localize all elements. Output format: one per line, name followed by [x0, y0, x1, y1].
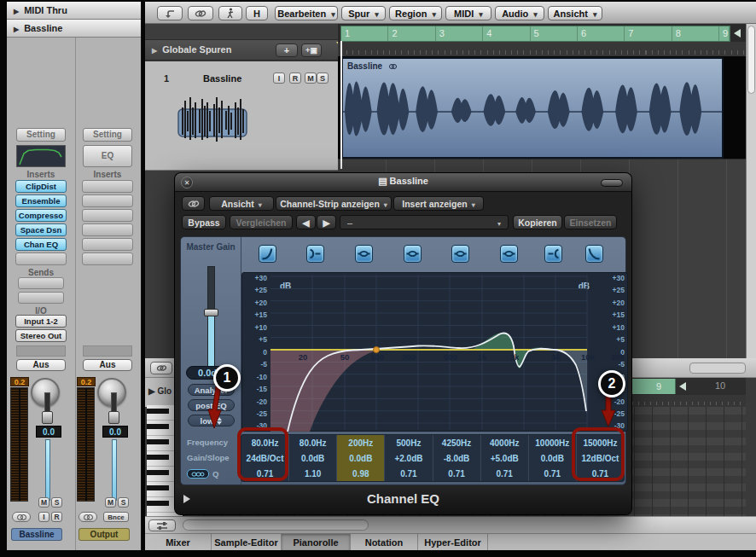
setting-button-2[interactable]: Setting	[83, 128, 132, 142]
output-button[interactable]: Stereo Out	[15, 329, 67, 342]
cycle-end-marker-icon[interactable]	[734, 29, 741, 38]
compare-button[interactable]: Vergleichen	[230, 215, 293, 229]
input-button[interactable]: Input 1-2	[15, 315, 67, 328]
preset-selector[interactable]: –	[340, 215, 509, 229]
plugin-menu-ansicht[interactable]: Ansicht	[209, 196, 274, 211]
band-button-bell-4[interactable]	[500, 245, 518, 263]
menu-spur[interactable]: Spur	[341, 6, 386, 20]
minimize-button[interactable]	[601, 179, 623, 187]
editor-preset-field[interactable]	[689, 363, 746, 374]
band-button-high-shelf[interactable]	[544, 245, 562, 263]
q-couple-button[interactable]	[187, 469, 209, 479]
insert-slot-clipdist[interactable]: ClipDist	[15, 180, 67, 193]
send-slot-empty[interactable]	[18, 292, 64, 304]
plugin-titlebar[interactable]: ✕ ▤ Bassline	[175, 173, 631, 192]
track-record-button[interactable]: R	[289, 73, 301, 84]
audio-region-bassline[interactable]: Bassline	[341, 57, 724, 159]
plugin-menu-channel-strip[interactable]: Channel-Strip anzeigen	[276, 196, 392, 211]
bar-ruler[interactable]: 1 2 3 4 5 6 7 8 9	[338, 24, 746, 56]
track-input-button[interactable]: I	[273, 73, 285, 84]
group-slot-empty[interactable]	[83, 345, 132, 357]
band-button-highpass[interactable]	[259, 245, 276, 263]
band-button-lowpass[interactable]	[585, 245, 603, 263]
solo-button-2[interactable]: S	[118, 497, 129, 508]
track-solo-button[interactable]: S	[317, 73, 329, 84]
band-button-bell-2[interactable]	[404, 245, 422, 263]
catch-playhead-button[interactable]	[218, 6, 242, 20]
fader-level-1[interactable]	[45, 439, 50, 501]
insert-slot-ensemble[interactable]: Ensemble	[15, 194, 67, 207]
plugin-link-button[interactable]	[182, 196, 205, 211]
fader-handle-2[interactable]	[108, 411, 119, 424]
solo-button-1[interactable]: S	[51, 497, 62, 508]
panel-bassline[interactable]: Bassline	[7, 20, 141, 38]
setting-button-1[interactable]: Setting	[16, 128, 66, 142]
band-button-bell-3[interactable]	[451, 245, 469, 263]
tab-sample-editor[interactable]: Sample-Editor	[212, 534, 282, 550]
insert-slot-empty[interactable]	[82, 252, 133, 265]
insert-slot-empty[interactable]	[82, 180, 133, 193]
horizontal-scrollbar-thumb[interactable]	[183, 519, 369, 531]
band-column-4[interactable]: 500Hz+2.0dB0.71	[384, 435, 432, 481]
automation-mode-button-1[interactable]: Aus	[16, 359, 66, 371]
track-name[interactable]: Bassline	[203, 73, 241, 84]
master-gain-slider[interactable]	[207, 266, 215, 367]
insert-slot-space-designer[interactable]: Space Dsn	[15, 223, 67, 236]
mute-button-2[interactable]: M	[105, 497, 116, 508]
menu-region[interactable]: Region	[389, 6, 442, 20]
track-row[interactable]: 1 Bassline I R M S	[145, 61, 338, 171]
fader-value-1[interactable]: 0.0	[36, 426, 61, 438]
insert-slot-empty[interactable]	[82, 194, 133, 207]
editor-link-button[interactable]	[150, 362, 172, 374]
panel-midi-thru[interactable]: MIDI Thru	[7, 2, 141, 20]
insert-slot-empty[interactable]	[15, 252, 67, 265]
editor-view-button[interactable]	[148, 519, 176, 531]
eq-thumbnail[interactable]	[16, 145, 66, 167]
bounce-button[interactable]: Bnce	[103, 512, 129, 522]
fader-handle-1[interactable]	[42, 411, 53, 424]
copy-button[interactable]: Kopieren	[513, 215, 562, 229]
band-column-7[interactable]: 10000Hz0.0dB0.71	[528, 435, 576, 481]
band-column-6[interactable]: 4000Hz+5.0dB0.71	[480, 435, 528, 481]
tab-pianorolle[interactable]: Pianorolle	[282, 534, 351, 550]
tab-hyper-editor[interactable]: Hyper-Editor	[418, 534, 488, 550]
tab-notation[interactable]: Notation	[351, 534, 418, 550]
menu-audio[interactable]: Audio	[495, 6, 544, 20]
insert-slot-channel-eq[interactable]: Chan EQ	[15, 238, 67, 251]
band-button-low-shelf[interactable]	[306, 245, 324, 263]
tab-mixer[interactable]: Mixer	[145, 534, 212, 550]
eq-graph[interactable]: +30+25+20+15+10+50-5-10-15-20-25-30 +30+…	[241, 272, 628, 432]
input-monitor-button[interactable]: I	[38, 512, 49, 522]
menu-midi[interactable]: MIDI	[445, 6, 491, 20]
insert-slot-empty[interactable]	[82, 223, 133, 236]
hide-tracks-button[interactable]: H	[246, 6, 268, 20]
plugin-menu-insert[interactable]: Insert anzeigen	[393, 196, 484, 211]
back-button[interactable]	[157, 6, 183, 20]
fader-level-2[interactable]	[112, 439, 117, 501]
track-mute-button[interactable]: M	[305, 73, 317, 84]
duplicate-track-button[interactable]: +▣	[301, 44, 322, 57]
band-button-bell-1[interactable]	[355, 245, 373, 263]
menu-bearbeiten[interactable]: Bearbeiten	[275, 6, 338, 20]
mute-button-1[interactable]: M	[38, 497, 49, 508]
scrollbar-thumb[interactable]	[747, 26, 755, 94]
strip-name-output[interactable]: Output	[79, 528, 130, 541]
stereo-format-icon-2[interactable]	[79, 512, 97, 522]
record-enable-button[interactable]: R	[51, 512, 62, 522]
eq-curve-plot[interactable]	[270, 273, 597, 432]
prev-preset-button[interactable]: ◀	[296, 215, 316, 229]
fader-value-2[interactable]: 0.0	[102, 426, 128, 438]
link-button[interactable]	[188, 6, 213, 20]
band-column-5[interactable]: 4250Hz-8.0dB0.71	[433, 435, 480, 481]
bypass-button[interactable]: Bypass	[182, 215, 226, 229]
stereo-format-icon-1[interactable]	[12, 512, 31, 522]
insert-slot-empty[interactable]	[82, 209, 133, 222]
insert-slot-empty[interactable]	[82, 238, 133, 251]
add-track-button[interactable]: +	[276, 44, 298, 57]
next-preset-button[interactable]: ▶	[317, 215, 336, 229]
cycle-end-marker-icon[interactable]	[679, 382, 686, 391]
insert-slot-compressor[interactable]: Compresso	[15, 209, 67, 222]
master-gain-handle[interactable]	[204, 309, 218, 316]
cycle-region[interactable]: 1 2 3 4 5 6 7 8 9	[340, 26, 730, 42]
playhead-line[interactable]	[340, 41, 342, 169]
